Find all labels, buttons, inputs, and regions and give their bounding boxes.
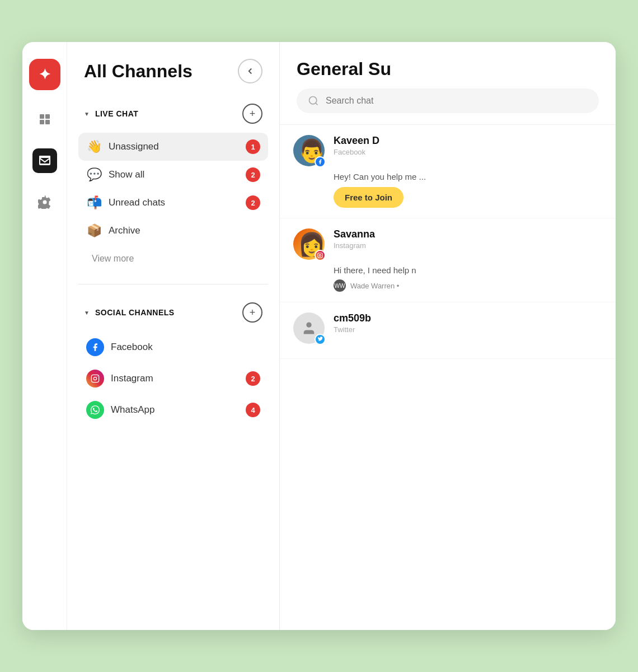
- social-channels-title: SOCIAL CHANNELS: [95, 308, 175, 317]
- instagram-label: Instagram: [111, 373, 239, 384]
- archive-emoji: 📦: [86, 223, 102, 238]
- left-nav: ✦: [22, 42, 67, 630]
- back-icon: [245, 66, 255, 76]
- free-to-join-button[interactable]: Free to Join: [334, 187, 404, 208]
- channels-title: All Channels: [84, 61, 193, 82]
- channel-item-facebook[interactable]: Facebook: [78, 332, 268, 363]
- nav-inbox[interactable]: [32, 148, 57, 173]
- inbox-icon: [38, 154, 51, 167]
- unassigned-label: Unassigned: [109, 141, 239, 152]
- show-all-badge: 2: [246, 167, 260, 182]
- search-input[interactable]: [326, 96, 588, 106]
- cm509b-chat-info: cm509b Twitter: [334, 312, 602, 334]
- chat-item-kaveen[interactable]: Kaveen D Facebook Hey! Can you help me .…: [280, 125, 616, 218]
- channels-header: All Channels: [67, 59, 279, 97]
- svg-rect-3: [45, 120, 50, 124]
- live-chat-header-left: ▼ LIVE CHAT: [84, 109, 138, 118]
- channel-item-whatsapp[interactable]: WhatsApp 4: [78, 394, 268, 426]
- svg-point-5: [93, 377, 96, 380]
- savanna-source: Instagram: [334, 241, 602, 250]
- unread-emoji: 📬: [86, 195, 102, 210]
- svg-rect-2: [40, 120, 44, 124]
- kaveen-avatar-container: [293, 135, 325, 166]
- savanna-chat-info: Savanna Instagram: [334, 228, 602, 250]
- instagram-badge: 2: [246, 371, 260, 386]
- cm509b-name: cm509b: [334, 312, 602, 324]
- kaveen-name: Kaveen D: [334, 135, 602, 147]
- savanna-platform-badge: [315, 250, 326, 261]
- savanna-name: Savanna: [334, 228, 602, 240]
- logo-button[interactable]: ✦: [29, 59, 60, 90]
- app-container: ✦ All Channels: [22, 42, 616, 630]
- nav-grid[interactable]: [32, 107, 57, 132]
- channel-item-unread[interactable]: 📬 Unread chats 2: [78, 189, 268, 217]
- show-all-label: Show all: [109, 169, 239, 180]
- live-chat-add-button[interactable]: +: [242, 104, 262, 124]
- channels-panel: All Channels ▼ LIVE CHAT + 👋 Unassigned …: [67, 42, 280, 630]
- live-chat-header: ▼ LIVE CHAT +: [78, 97, 268, 130]
- channel-item-unassigned[interactable]: 👋 Unassigned 1: [78, 133, 268, 161]
- settings-icon: [38, 195, 51, 209]
- whatsapp-label: WhatsApp: [111, 404, 239, 416]
- unread-label: Unread chats: [109, 197, 239, 208]
- assigned-text: Wade Warren •: [350, 282, 399, 290]
- chat-panel-title: General Su: [297, 59, 599, 80]
- archive-label: Archive: [109, 225, 260, 236]
- live-chat-chevron: ▼: [84, 111, 90, 117]
- cm509b-platform-badge: [315, 334, 326, 345]
- nav-settings[interactable]: [32, 190, 57, 214]
- facebook-label: Facebook: [111, 342, 260, 353]
- svg-point-7: [309, 97, 317, 104]
- facebook-icon: [86, 338, 104, 356]
- kaveen-platform-badge: [315, 156, 326, 167]
- svg-rect-4: [91, 375, 98, 382]
- chat-panel: General Su: [280, 42, 616, 630]
- savanna-preview: Hi there, I need help n: [334, 264, 602, 276]
- channel-item-instagram[interactable]: Instagram 2: [78, 363, 268, 394]
- grid-icon: [38, 113, 51, 126]
- unassigned-emoji: 👋: [86, 139, 102, 154]
- chat-item-kaveen-top: Kaveen D Facebook: [293, 135, 602, 166]
- instagram-icon: [86, 370, 104, 388]
- svg-point-6: [97, 376, 97, 377]
- unread-badge: 2: [246, 195, 260, 210]
- kaveen-source: Facebook: [334, 148, 602, 156]
- whatsapp-icon: [86, 401, 104, 419]
- search-bar[interactable]: [297, 88, 599, 113]
- cm509b-avatar-container: [293, 312, 325, 344]
- search-icon: [308, 95, 319, 106]
- kaveen-preview: Hey! Can you help me ...: [334, 171, 602, 183]
- chat-item-cm509b[interactable]: cm509b Twitter: [280, 302, 616, 359]
- live-chat-title: LIVE CHAT: [95, 109, 138, 118]
- show-all-emoji: 💬: [86, 167, 102, 182]
- chat-list: Kaveen D Facebook Hey! Can you help me .…: [280, 125, 616, 630]
- chat-item-savanna-top: Savanna Instagram: [293, 228, 602, 260]
- kaveen-chat-info: Kaveen D Facebook: [334, 135, 602, 156]
- section-divider: [78, 284, 268, 284]
- channel-item-archive[interactable]: 📦 Archive: [78, 217, 268, 245]
- chat-item-savanna[interactable]: Savanna Instagram Hi there, I need help …: [280, 218, 616, 302]
- assigned-by-row: WW Wade Warren •: [334, 279, 602, 292]
- social-channels-header-left: ▼ SOCIAL CHANNELS: [84, 308, 175, 317]
- wade-avatar: WW: [334, 279, 346, 292]
- back-button[interactable]: [238, 59, 262, 83]
- social-channels-header: ▼ SOCIAL CHANNELS +: [78, 296, 268, 329]
- svg-point-9: [319, 254, 321, 256]
- cm509b-source: Twitter: [334, 325, 602, 334]
- user-icon: [301, 320, 317, 336]
- social-channels-chevron: ▼: [84, 310, 90, 316]
- social-channels-section: ▼ SOCIAL CHANNELS + Facebook: [67, 296, 279, 426]
- svg-rect-0: [40, 114, 44, 119]
- chat-header: General Su: [280, 42, 616, 125]
- svg-rect-1: [45, 114, 50, 119]
- live-chat-section: ▼ LIVE CHAT + 👋 Unassigned 1 💬 Show all …: [67, 97, 279, 273]
- unassigned-badge: 1: [246, 139, 260, 154]
- logo-icon: ✦: [39, 67, 51, 82]
- social-channels-add-button[interactable]: +: [242, 302, 262, 323]
- channel-item-show-all[interactable]: 💬 Show all 2: [78, 161, 268, 189]
- savanna-avatar-container: [293, 228, 325, 260]
- chat-item-cm509b-top: cm509b Twitter: [293, 312, 602, 344]
- whatsapp-badge: 4: [246, 403, 260, 417]
- svg-rect-8: [318, 253, 322, 258]
- view-more-link[interactable]: View more: [78, 245, 268, 273]
